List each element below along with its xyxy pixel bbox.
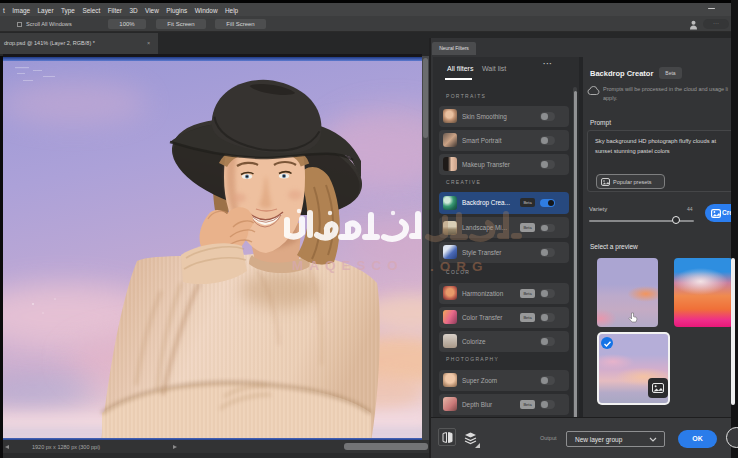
svg-text:.ORG: .ORG [430,259,489,274]
svg-text:MAQESCO: MAQESCO [292,258,404,273]
